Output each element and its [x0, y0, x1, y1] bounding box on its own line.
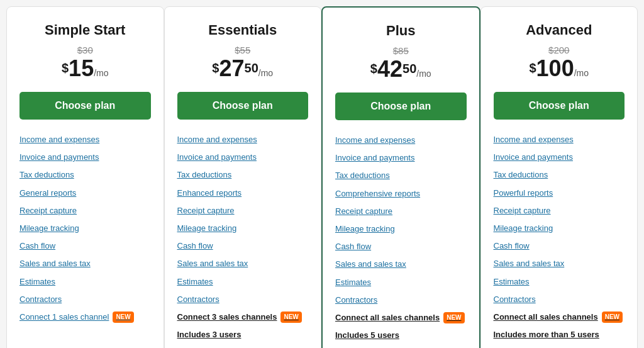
feature-text-advanced-3: Powerful reports [494, 188, 553, 199]
feature-item-plus-3[interactable]: Comprehensive reports [335, 185, 467, 203]
feature-text-essentials-0: Income and expenses [177, 134, 257, 145]
feature-item-plus-10[interactable]: Connect all sales channelsNEW [335, 309, 467, 327]
feature-text-simple-start-7: Sales and sales tax [19, 258, 91, 269]
price-section-plus: $85$4250/mo [335, 45, 467, 82]
feature-item-simple-start-5[interactable]: Mileage tracking [19, 220, 151, 237]
feature-item-simple-start-3[interactable]: General reports [19, 184, 151, 202]
feature-item-essentials-8[interactable]: Estimates [177, 273, 309, 291]
feature-item-essentials-7[interactable]: Sales and sales tax [177, 255, 309, 272]
plan-title-plus: Plus [335, 23, 467, 39]
feature-text-simple-start-2: Tax deductions [19, 169, 74, 181]
feature-item-plus-2[interactable]: Tax deductions [335, 167, 467, 184]
feature-item-essentials-9[interactable]: Contractors [177, 291, 309, 308]
feature-item-essentials-4[interactable]: Receipt capture [177, 202, 309, 220]
feature-row-advanced-10: Connect all sales channelsNEW [494, 312, 625, 323]
choose-plan-button-advanced[interactable]: Choose plan [494, 92, 625, 120]
price-section-simple-start: $30$15/mo [19, 45, 151, 82]
feature-row-advanced-11: Includes more than 5 users [494, 329, 625, 340]
feature-item-advanced-11[interactable]: Includes more than 5 users [494, 326, 625, 344]
feature-row-plus-5: Mileage tracking [335, 223, 467, 235]
feature-item-essentials-11[interactable]: Includes 3 users [177, 326, 309, 344]
choose-plan-button-simple-start[interactable]: Choose plan [19, 92, 151, 120]
plan-card-simple-start: Simple Start$30$15/moChoose planIncome a… [6, 6, 164, 348]
feature-item-advanced-10[interactable]: Connect all sales channelsNEW [494, 308, 625, 326]
feature-item-advanced-5[interactable]: Mileage tracking [494, 220, 625, 237]
feature-item-simple-start-0[interactable]: Income and expenses [19, 131, 151, 149]
feature-item-plus-9[interactable]: Contractors [335, 291, 467, 309]
feature-text-essentials-3: Enhanced reports [177, 188, 242, 199]
choose-plan-button-plus[interactable]: Choose plan [335, 93, 467, 120]
feature-item-simple-start-4[interactable]: Receipt capture [19, 202, 151, 220]
feature-text-simple-start-1: Invoice and payments [19, 152, 99, 163]
plan-card-plus: Plus$85$4250/moChoose planIncome and exp… [321, 6, 480, 348]
feature-row-advanced-3: Powerful reports [494, 188, 625, 199]
feature-item-advanced-9[interactable]: Contractors [494, 291, 625, 308]
feature-text-plus-6: Cash flow [335, 241, 371, 252]
feature-item-essentials-6[interactable]: Cash flow [177, 237, 309, 255]
feature-item-plus-1[interactable]: Invoice and payments [335, 149, 467, 167]
feature-item-plus-4[interactable]: Receipt capture [335, 203, 467, 220]
feature-text-plus-8: Estimates [335, 277, 371, 288]
original-price-simple-start: $30 [19, 45, 151, 55]
feature-item-essentials-0[interactable]: Income and expenses [177, 131, 309, 149]
price-cents: 50 [245, 61, 258, 75]
feature-item-simple-start-1[interactable]: Invoice and payments [19, 149, 151, 166]
feature-item-advanced-7[interactable]: Sales and sales tax [494, 255, 625, 272]
feature-text-advanced-0: Income and expenses [494, 134, 574, 145]
feature-item-simple-start-2[interactable]: Tax deductions [19, 166, 151, 184]
features-list-plus: Income and expensesInvoice and paymentsT… [335, 132, 467, 344]
feature-item-advanced-1[interactable]: Invoice and payments [494, 149, 625, 166]
feature-item-plus-8[interactable]: Estimates [335, 274, 467, 291]
feature-row-simple-start-9: Contractors [19, 294, 151, 305]
price-amount: 27 [219, 55, 244, 81]
feature-text-simple-start-6: Cash flow [19, 240, 55, 252]
feature-row-plus-0: Income and expenses [335, 135, 467, 146]
feature-row-essentials-4: Receipt capture [177, 205, 309, 216]
current-price-essentials: $2750/mo [177, 55, 309, 82]
feature-item-simple-start-6[interactable]: Cash flow [19, 237, 151, 255]
feature-text-plus-3: Comprehensive reports [335, 188, 420, 199]
feature-row-advanced-6: Cash flow [494, 240, 625, 252]
feature-item-plus-0[interactable]: Income and expenses [335, 132, 467, 149]
feature-item-advanced-2[interactable]: Tax deductions [494, 166, 625, 184]
feature-item-essentials-5[interactable]: Mileage tracking [177, 220, 309, 237]
feature-item-simple-start-8[interactable]: Estimates [19, 273, 151, 291]
price-cents: 50 [402, 62, 416, 76]
feature-item-plus-5[interactable]: Mileage tracking [335, 220, 467, 238]
feature-text-essentials-8: Estimates [177, 276, 213, 288]
feature-row-essentials-0: Income and expenses [177, 134, 309, 145]
feature-text-plus-7: Sales and sales tax [335, 259, 406, 270]
features-list-advanced: Income and expensesInvoice and paymentsT… [494, 131, 625, 344]
feature-item-essentials-2[interactable]: Tax deductions [177, 166, 309, 184]
feature-item-plus-7[interactable]: Sales and sales tax [335, 255, 467, 273]
feature-row-simple-start-3: General reports [19, 188, 151, 199]
original-price-essentials: $55 [177, 45, 309, 55]
original-price-plus: $85 [335, 45, 467, 56]
feature-item-plus-11[interactable]: Includes 5 users [335, 327, 467, 344]
feature-item-simple-start-7[interactable]: Sales and sales tax [19, 255, 151, 272]
feature-item-advanced-4[interactable]: Receipt capture [494, 202, 625, 220]
feature-item-simple-start-10[interactable]: Connect 1 sales channelNEW [19, 308, 151, 326]
price-per: /mo [94, 68, 108, 78]
feature-row-plus-6: Cash flow [335, 241, 467, 252]
badge-new-plus-10: NEW [443, 312, 464, 323]
price-section-essentials: $55$2750/mo [177, 45, 309, 82]
feature-item-essentials-3[interactable]: Enhanced reports [177, 184, 309, 202]
feature-item-simple-start-9[interactable]: Contractors [19, 291, 151, 308]
feature-item-essentials-10[interactable]: Connect 3 sales channelsNEW [177, 308, 309, 326]
feature-row-essentials-3: Enhanced reports [177, 188, 309, 199]
feature-item-essentials-1[interactable]: Invoice and payments [177, 149, 309, 166]
plan-title-advanced: Advanced [494, 22, 625, 38]
choose-plan-button-essentials[interactable]: Choose plan [177, 92, 309, 120]
feature-text-essentials-9: Contractors [177, 294, 219, 305]
feature-row-advanced-4: Receipt capture [494, 205, 625, 216]
feature-row-plus-1: Invoice and payments [335, 152, 467, 164]
feature-item-plus-6[interactable]: Cash flow [335, 238, 467, 255]
feature-item-advanced-8[interactable]: Estimates [494, 273, 625, 291]
feature-text-advanced-5: Mileage tracking [494, 223, 553, 234]
feature-item-advanced-3[interactable]: Powerful reports [494, 184, 625, 202]
feature-item-advanced-6[interactable]: Cash flow [494, 237, 625, 255]
price-dollar: $ [62, 61, 69, 75]
feature-text-advanced-6: Cash flow [494, 240, 530, 252]
feature-item-advanced-0[interactable]: Income and expenses [494, 131, 625, 149]
